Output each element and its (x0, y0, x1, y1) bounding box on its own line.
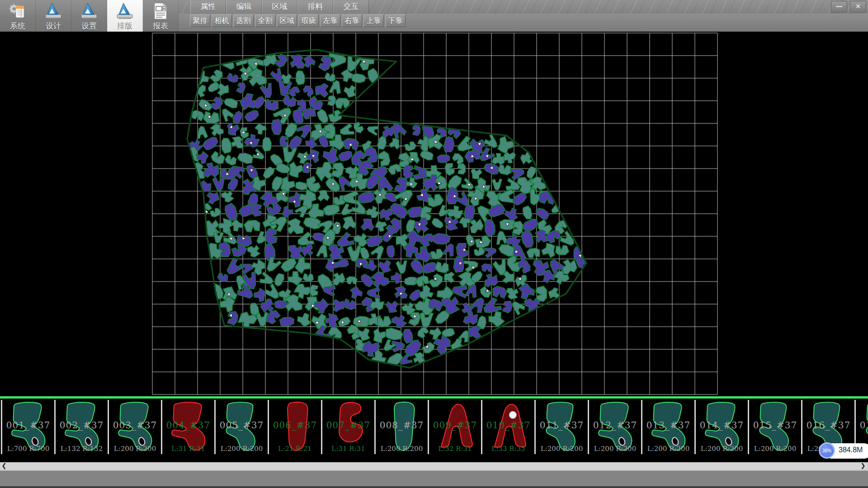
part-lr-count: L:700 R:700 (2, 445, 54, 453)
menu-tab-nesting[interactable]: 排料 (297, 0, 333, 13)
minimize-button[interactable]: — (831, 1, 847, 13)
part-thumbnail[interactable]: 008_#37 L:200 R:200 (376, 400, 429, 454)
parts-strip: 001_#37 L:700 R:700 002_#37 L:132 R:132 … (0, 396, 868, 455)
part-name: 002_#37 (56, 420, 108, 431)
part-thumbnail[interactable]: 006_#37 L:21 R:21 (269, 400, 322, 454)
part-name: 001_#37 (2, 420, 54, 431)
app-launcher-bar: 系统 设计 (0, 0, 179, 32)
part-lr-count: L:132 R:132 (56, 445, 108, 453)
part-name: 008_#37 (376, 420, 428, 431)
part-thumbnail[interactable]: 012_#37 L:200 R:200 (589, 400, 642, 454)
part-lr-count: L:21 R:21 (269, 445, 321, 453)
system-gear-icon (8, 1, 27, 22)
ribbon-bar: 聚排 相机 选割 全割 区域 瑕疵 左靠 右靠 上靠 下靠 (190, 14, 406, 27)
ribbon-button-cut-all[interactable]: 全割 (255, 14, 275, 27)
part-name: 014_#37 (696, 420, 748, 431)
part-name: 006_#37 (269, 420, 321, 431)
set-square-icon (80, 1, 99, 22)
part-name: 007_#37 (322, 420, 374, 431)
strip-divider (0, 396, 868, 399)
part-thumbnail[interactable]: 007_#37 L:31 R:31 (322, 400, 376, 454)
part-thumbnail[interactable]: 011_#37 L:200 R:200 (536, 400, 589, 454)
part-lr-count: L:200 R:200 (109, 445, 161, 453)
status-bar (0, 470, 868, 488)
app-button-label: 设置 (81, 22, 97, 31)
app-button-label: 报表 (153, 22, 168, 31)
window-controls: — ✕ (831, 1, 866, 13)
part-name: 011_#37 (536, 420, 588, 431)
ribbon-button-region[interactable]: 区域 (277, 14, 297, 27)
part-lr-count: L:200 R:200 (216, 445, 268, 453)
app-button-label: 排版 (117, 22, 132, 31)
part-lr-count: L:200 R:200 (589, 445, 641, 453)
menu-tab-interact[interactable]: 交互 (333, 0, 369, 13)
part-name: 012_#37 (589, 420, 641, 431)
part-name: 003_#37 (109, 420, 161, 431)
part-name: 009_#37 (429, 420, 481, 431)
ribbon-button-camera[interactable]: 相机 (212, 14, 232, 27)
part-thumbnail[interactable]: 014_#37 L:200 R:200 (696, 400, 749, 454)
ribbon-button-select-cut[interactable]: 选割 (233, 14, 254, 27)
menu-tab-bar: 属性 编辑 区域 排料 交互 (190, 0, 369, 13)
close-button[interactable]: ✕ (850, 1, 866, 13)
part-name: 017_#37 (856, 420, 868, 431)
main-canvas-svg[interactable] (0, 32, 868, 399)
part-thumbnail[interactable]: 015_#37 L:200 R:200 (749, 400, 802, 454)
scroll-right-arrow-icon[interactable]: ❯ (859, 462, 867, 470)
set-square-icon (44, 1, 63, 22)
part-name: 013_#37 (642, 420, 694, 431)
progress-circle: 38% (819, 442, 835, 459)
part-thumbnail[interactable]: 010_#37 L:33 R:33 (482, 400, 536, 454)
part-name: 005_#37 (216, 420, 268, 431)
app-button-design[interactable]: 设计 (36, 0, 71, 32)
part-thumbnail[interactable]: 001_#37 L:700 R:700 (1, 400, 56, 454)
horizontal-scrollbar[interactable]: ❮ ❯ (0, 462, 868, 470)
app-button-nesting[interactable]: 排版 (107, 0, 143, 32)
part-name: 015_#37 (749, 420, 801, 431)
part-lr-count: L:200 R:200 (376, 445, 428, 453)
part-name: 010_#37 (482, 420, 534, 431)
topbar: 系统 设计 (0, 0, 868, 32)
ribbon-button-snap-bottom[interactable]: 下靠 (385, 14, 406, 27)
ribbon-button-snap-right[interactable]: 右靠 (342, 14, 362, 27)
ribbon-button-cluster-nest[interactable]: 聚排 (190, 14, 210, 27)
parts-list: 001_#37 L:700 R:700 002_#37 L:132 R:132 … (1, 400, 868, 454)
menu-tab-edit[interactable]: 编辑 (226, 0, 262, 13)
app-button-label: 设计 (46, 22, 61, 31)
ribbon-button-snap-top[interactable]: 上靠 (363, 14, 384, 27)
part-thumbnail[interactable]: 004_#37 L:31 R:31 (162, 400, 216, 454)
part-thumbnail[interactable]: 002_#37 L:132 R:132 (56, 400, 109, 454)
part-lr-count: L:31 R:31 (322, 445, 374, 453)
part-name: 016_#37 (802, 420, 854, 431)
set-square-icon (115, 1, 134, 22)
ribbon-button-snap-left[interactable]: 左靠 (320, 14, 340, 27)
part-lr-count: L:33 R:33 (482, 445, 534, 453)
scroll-left-arrow-icon[interactable]: ❮ (0, 462, 8, 470)
part-lr-count: L:200 R:200 (642, 445, 694, 453)
status-badge[interactable]: 38% 384.8M (819, 442, 868, 460)
menu-tab-properties[interactable]: 属性 (190, 0, 226, 13)
app-button-system[interactable]: 系统 (0, 0, 36, 32)
memory-value: 384.8M (839, 446, 863, 454)
part-name: 004_#37 (162, 420, 214, 431)
menu-tab-region[interactable]: 区域 (262, 0, 297, 13)
part-thumbnail[interactable]: 005_#37 L:200 R:200 (216, 400, 269, 454)
part-lr-count: L:31 R:31 (162, 445, 214, 453)
canvas-area (0, 32, 868, 399)
part-lr-count: L:200 R:200 (536, 445, 588, 453)
ribbon-button-defect[interactable]: 瑕疵 (298, 14, 319, 27)
app-button-report[interactable]: 报表 (143, 0, 179, 32)
part-thumbnail[interactable]: 013_#37 L:200 R:200 (642, 400, 696, 454)
part-lr-count: L:200 R:200 (749, 445, 801, 453)
strip-bottom-gap (0, 455, 868, 462)
part-lr-count: L:32 R:31 (429, 445, 481, 453)
part-lr-count: L:200 R:200 (696, 445, 748, 453)
part-thumbnail[interactable]: 003_#37 L:200 R:200 (109, 400, 162, 454)
report-document-icon (151, 1, 170, 22)
app-button-settings[interactable]: 设置 (71, 0, 107, 32)
app-button-label: 系统 (10, 22, 25, 31)
part-thumbnail[interactable]: 009_#37 L:32 R:31 (429, 400, 482, 454)
